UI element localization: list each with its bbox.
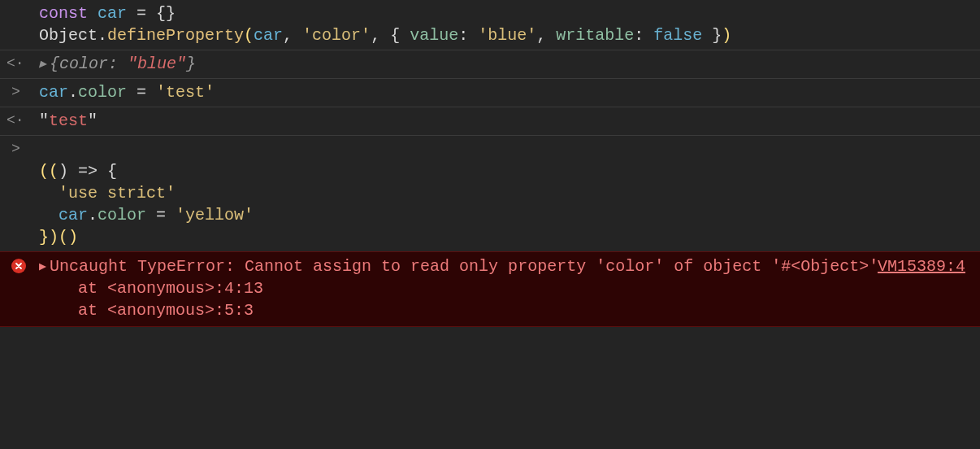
- input-gutter: >: [0, 138, 39, 248]
- error-source-link[interactable]: VM15389:4: [878, 255, 965, 277]
- prop-key: writable: [556, 26, 634, 45]
- prop-key: color: [78, 83, 127, 102]
- result-content[interactable]: ▶{color: "blue"}: [39, 53, 980, 75]
- comma: ,: [371, 26, 390, 45]
- assign-op: =: [146, 206, 176, 224]
- quote: ": [39, 111, 49, 130]
- error-message: Uncaught TypeError: Cannot assign to rea…: [50, 257, 878, 276]
- prop-key: color: [98, 206, 146, 224]
- arrow-head: ) => {: [59, 162, 117, 181]
- assign-op: =: [127, 4, 156, 23]
- string: 'color': [302, 26, 371, 45]
- prop-key: value: [410, 26, 458, 45]
- brace-close: }: [702, 26, 722, 45]
- code-content[interactable]: (() => { 'use strict' car.color = 'yello…: [39, 138, 980, 248]
- dot: .: [98, 26, 107, 45]
- space: [88, 4, 98, 23]
- error-content[interactable]: ▶Uncaught TypeError: Cannot assign to re…: [39, 255, 980, 321]
- dot: .: [88, 206, 98, 224]
- paren-close-call: })(): [39, 228, 78, 246]
- code-content[interactable]: car.color = 'test': [39, 81, 980, 103]
- colon: :: [108, 54, 128, 73]
- colon: :: [634, 26, 653, 45]
- string: 'test': [156, 83, 215, 102]
- code-content[interactable]: const car = {}Object.defineProperty(car,…: [39, 2, 980, 46]
- input-gutter: >: [0, 81, 39, 103]
- paren-open: (: [244, 26, 254, 45]
- object-name: Object: [39, 26, 98, 45]
- colon: :: [458, 26, 478, 45]
- dot: .: [68, 83, 78, 102]
- result-gutter: <·: [0, 53, 39, 75]
- comma: ,: [536, 26, 556, 45]
- string: 'blue': [478, 26, 536, 45]
- input-gutter: [0, 2, 39, 46]
- error-gutter: [0, 255, 39, 321]
- console-input-row: > car.color = 'test': [0, 79, 980, 107]
- console-result-row: <· ▶{color: "blue"}: [0, 50, 980, 79]
- console-result-row: <· "test": [0, 107, 980, 136]
- brace: }: [186, 54, 196, 73]
- paren-close: ): [722, 26, 731, 45]
- method-name: defineProperty: [107, 26, 244, 45]
- braces: {}: [156, 4, 176, 23]
- brace: {: [50, 54, 59, 73]
- identifier: car: [98, 4, 127, 23]
- paren: ((: [39, 162, 59, 181]
- string: 'use strict': [59, 184, 176, 203]
- expand-triangle-icon[interactable]: ▶: [39, 259, 46, 276]
- console-error-row: ▶Uncaught TypeError: Cannot assign to re…: [0, 251, 980, 327]
- console-input-row: const car = {}Object.defineProperty(car,…: [0, 0, 980, 50]
- boolean: false: [653, 26, 702, 45]
- comma: ,: [283, 26, 302, 45]
- quote: ": [88, 111, 98, 130]
- indent: [39, 206, 59, 224]
- assign-op: =: [127, 83, 156, 102]
- identifier: car: [39, 83, 68, 102]
- console-input-row: > (() => { 'use strict' car.color = 'yel…: [0, 136, 980, 251]
- result-gutter: <·: [0, 110, 39, 132]
- indent: [39, 184, 59, 203]
- keyword-const: const: [39, 4, 88, 23]
- error-stack: at <anonymous>:4:13 at <anonymous>:5:3: [39, 279, 263, 320]
- prop-key: color: [59, 54, 108, 73]
- result-content[interactable]: "test": [39, 110, 980, 132]
- error-icon: [11, 259, 26, 273]
- identifier: car: [59, 206, 88, 224]
- string: 'yellow': [176, 206, 254, 224]
- identifier: car: [254, 26, 283, 45]
- prop-value: "blue": [128, 54, 186, 73]
- brace-open: {: [390, 26, 410, 45]
- expand-triangle-icon[interactable]: ▶: [39, 57, 46, 73]
- string-value: test: [49, 111, 88, 130]
